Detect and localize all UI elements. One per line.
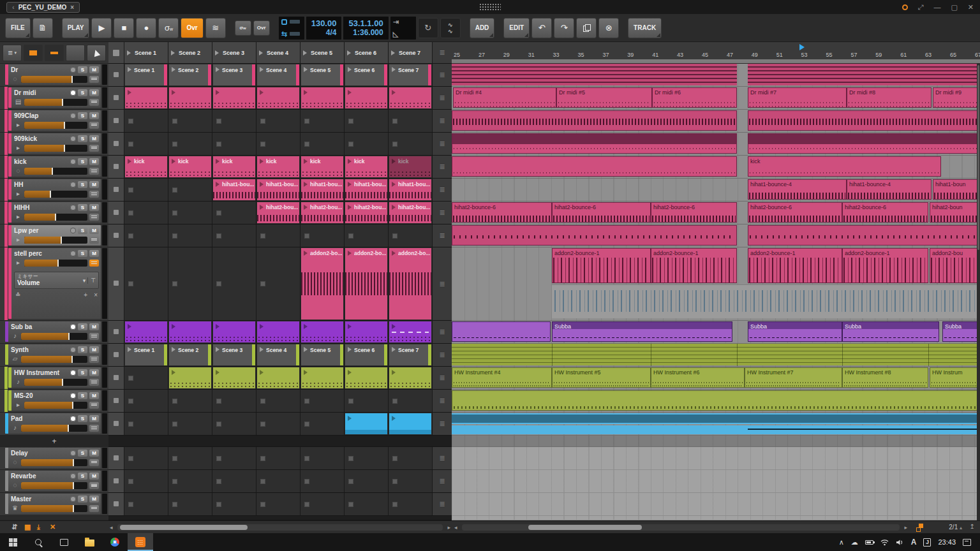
launcher-clip[interactable] <box>345 367 387 388</box>
volume-slider[interactable] <box>24 168 87 175</box>
clip-slot[interactable] <box>256 110 301 132</box>
clip-slot[interactable] <box>256 470 301 492</box>
minimize-icon[interactable]: — <box>933 4 940 11</box>
clip-slot[interactable] <box>389 133 433 155</box>
clip-slot[interactable] <box>124 110 168 132</box>
overdub-button[interactable]: Ovr <box>181 18 203 38</box>
launcher-clip[interactable]: kick <box>345 156 387 177</box>
volume-slider[interactable] <box>24 191 87 198</box>
mute-button[interactable]: M <box>89 204 99 211</box>
solo-button[interactable]: S <box>78 323 87 330</box>
clip-queue-cell[interactable]: ≣ <box>433 156 452 178</box>
launcher-clip[interactable]: hihat1-bou... <box>345 179 387 200</box>
device-selector[interactable]: ミキサーVolume▾⊤ <box>14 272 99 289</box>
launcher-clip[interactable]: Scene 4 <box>257 64 299 85</box>
clip-slot[interactable] <box>389 493 433 515</box>
clip-slot[interactable] <box>256 133 301 155</box>
mute-button[interactable]: M <box>89 135 99 142</box>
solo-button[interactable]: S <box>78 227 87 234</box>
track-header[interactable]: 909kickSM▸ <box>8 133 101 154</box>
solo-button[interactable]: S <box>78 204 87 211</box>
clip-slot[interactable]: Scene 4 <box>256 344 301 366</box>
track-menu-button[interactable] <box>89 122 99 129</box>
clip-slot[interactable] <box>345 470 389 492</box>
launcher-clip[interactable]: Scene 1 <box>125 344 167 365</box>
clip-slot[interactable]: Scene 1 <box>124 64 168 86</box>
scene-play-icon[interactable] <box>347 50 351 55</box>
volume-slider[interactable] <box>24 122 87 129</box>
clip-queue-cell[interactable]: ≣ <box>433 110 452 132</box>
clip-slot[interactable] <box>345 367 389 389</box>
clip-slot[interactable]: Scene 6 <box>345 344 389 366</box>
track-header[interactable]: HHSM▸ <box>8 179 101 200</box>
clip-slot[interactable] <box>124 247 168 320</box>
arranger-clip[interactable]: Dr midi #6 <box>652 87 737 108</box>
launcher-clip[interactable]: Scene 3 <box>213 344 255 365</box>
scroll-right-icon[interactable]: ▸ <box>447 524 450 531</box>
taskbar-clock[interactable]: 23:43 <box>938 538 956 546</box>
launcher-clip[interactable]: hihat1-bou... <box>213 179 255 200</box>
solo-button[interactable]: S <box>78 450 87 457</box>
scene-play-icon[interactable] <box>303 50 307 55</box>
launcher-clip[interactable]: Scene 2 <box>169 64 211 85</box>
clip-stop-cell[interactable] <box>108 321 124 343</box>
clip-slot[interactable] <box>168 390 212 412</box>
edit-menu-button[interactable]: EDIT <box>503 18 530 38</box>
clip-stop-cell[interactable] <box>108 87 124 109</box>
battery-icon[interactable] <box>865 540 873 545</box>
launcher-clip[interactable] <box>169 321 211 342</box>
clip-slot[interactable] <box>301 133 345 155</box>
arranger-clip[interactable]: addon2-bounce-1 <box>552 248 651 283</box>
volume-slider[interactable] <box>24 145 87 152</box>
sort-toggle-icon[interactable]: ⇵ <box>11 523 17 531</box>
scene-header[interactable]: Scene 4 <box>256 42 301 63</box>
record-arm-button[interactable] <box>70 416 76 422</box>
clip-slot[interactable] <box>256 413 301 435</box>
volume-slider[interactable] <box>21 459 87 466</box>
clip-slot[interactable] <box>124 202 168 224</box>
clip-slot[interactable] <box>345 133 389 155</box>
add-track-row[interactable]: + <box>0 436 108 447</box>
clip-stop-cell[interactable] <box>108 493 124 515</box>
record-arm-button[interactable] <box>70 347 76 353</box>
arranger-track-lane[interactable] <box>452 64 980 87</box>
clip-slot[interactable] <box>168 493 212 515</box>
arranger-track-lane[interactable] <box>452 493 980 516</box>
scene-play-icon[interactable] <box>215 50 219 55</box>
clip-slot[interactable]: Scene 5 <box>301 64 345 86</box>
arranger-clip[interactable]: hihat2-bounce-6 <box>748 202 842 223</box>
clip-slot[interactable]: kick <box>212 156 256 178</box>
clip-slot[interactable] <box>345 390 389 412</box>
clip-queue-cell[interactable]: ≣ <box>433 202 452 224</box>
scene-play-icon[interactable] <box>259 50 263 55</box>
clip-slot[interactable] <box>168 321 212 343</box>
launcher-clip[interactable] <box>301 87 343 108</box>
clip-slot[interactable] <box>345 493 389 515</box>
clip-slot[interactable] <box>212 224 256 247</box>
launcher-clip[interactable] <box>301 321 343 342</box>
preset-icon[interactable]: ≛ <box>15 291 20 298</box>
mute-button[interactable]: M <box>89 112 99 119</box>
scene-header[interactable]: Scene 7 <box>389 42 433 63</box>
volume-slider[interactable] <box>24 402 87 409</box>
clip-slot[interactable] <box>301 413 345 435</box>
track-header[interactable]: stell percSM▸ミキサーVolume▾⊤≛+× <box>8 248 101 319</box>
record-arm-button[interactable] <box>70 136 76 142</box>
vertical-scroll-thumb[interactable] <box>977 65 979 250</box>
launcher-clip[interactable] <box>169 367 211 388</box>
clip-slot[interactable] <box>124 133 168 155</box>
launcher-clip[interactable]: hihat2-bou... <box>345 202 387 223</box>
clip-slot[interactable] <box>212 390 256 412</box>
track-header[interactable]: Dr midiSM▤ <box>8 87 101 108</box>
track-header[interactable]: MS-20SM▸ <box>8 390 101 411</box>
track-menu-button[interactable] <box>89 214 99 221</box>
arranger-clip[interactable]: Subba <box>552 321 732 342</box>
scene-play-icon[interactable] <box>171 50 175 55</box>
record-arm-button[interactable] <box>70 67 76 73</box>
arranger-clip[interactable]: HW Instrum <box>930 367 980 388</box>
audio-strip[interactable] <box>452 133 737 154</box>
wifi-icon[interactable] <box>880 539 889 546</box>
arranger-clip[interactable]: kick <box>748 156 941 177</box>
follow-down-icon[interactable]: ⤓ <box>37 523 40 531</box>
arr-scroll-left-icon[interactable]: ◂ <box>454 524 457 531</box>
